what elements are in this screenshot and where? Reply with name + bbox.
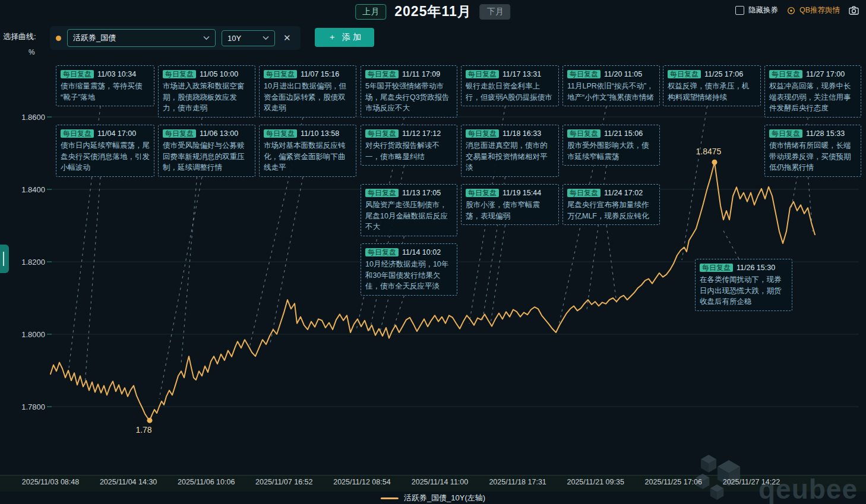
- note-datetime: 11/05 10:00: [200, 70, 238, 78]
- screenshot-camera-icon[interactable]: [849, 6, 859, 15]
- daily-review-tag: 每日复盘: [466, 70, 499, 78]
- note-header: 每日复盘11/24 17:02: [567, 188, 655, 199]
- note-text: 权益反弹，债市承压，机构料观望情绪持续: [668, 81, 756, 103]
- note-datetime: 11/27 17:00: [806, 70, 845, 78]
- daily-review-tag: 每日复盘: [61, 70, 94, 78]
- note-datetime: 11/21 15:06: [604, 129, 643, 138]
- app-root: 上月 2025年11月 下月 隐藏换券 QB推荐舆情 选择曲线: 活跃券_国债: [0, 0, 866, 504]
- tenor-select[interactable]: 10Y: [222, 30, 275, 46]
- annotation-connector: [159, 177, 202, 399]
- daily-review-tag: 每日复盘: [163, 129, 196, 138]
- daily-review-note[interactable]: 每日复盘11/24 17:02尾盘央行宣布将加量续作万亿MLF，现券反应钝化: [562, 184, 660, 225]
- note-header: 每日复盘11/21 15:06: [567, 128, 655, 140]
- note-text: 消息面进真空期，债市的交易量和投资情绪相对平淡: [466, 140, 554, 173]
- note-text: 10月进出口数据偏弱，但资金面边际转紧，股债双双走弱: [264, 81, 352, 114]
- daily-review-tag: 每日复盘: [668, 70, 701, 78]
- note-header: 每日复盘11/25 17:06: [668, 69, 756, 80]
- note-header: 每日复盘11/03 10:34: [61, 69, 150, 80]
- x-axis-tick-label: 2025/11/14 11:00: [412, 478, 468, 486]
- add-curve-button[interactable]: ＋ 添 加: [315, 28, 374, 47]
- daily-review-tag: 每日复盘: [365, 189, 399, 197]
- curve-name-select[interactable]: 活跃券_国债: [67, 29, 216, 47]
- daily-review-note[interactable]: 每日复盘11/17 13:31银行走款日资金利率上行，但疲弱A股仍提振债市: [461, 65, 559, 106]
- note-header: 每日复盘11/14 10:02: [365, 247, 453, 258]
- daily-review-tag: 每日复盘: [264, 70, 297, 78]
- daily-review-tag: 每日复盘: [163, 70, 196, 78]
- daily-review-note[interactable]: 每日复盘11/25 17:06权益反弹，债市承压，机构料观望情绪持续: [663, 65, 761, 106]
- note-header: 每日复盘11/04 17:00: [61, 128, 150, 140]
- daily-review-note[interactable]: 每日复盘11/04 17:00债市日内延续窄幅震荡，尾盘央行买债消息落地，引发小…: [56, 125, 154, 177]
- annotation-connector: [722, 229, 739, 259]
- chevron-down-icon: [263, 36, 269, 40]
- extreme-point-marker: [147, 418, 153, 423]
- extreme-point-label: 1.8475: [696, 147, 722, 156]
- chevron-down-icon: [203, 36, 210, 40]
- note-text: 权益冲高回落，现券中长端表现仍弱，关注信用事件发酵后央行态度: [769, 81, 856, 114]
- note-text: 尾盘央行宣布将加量续作万亿MLF，现券反应钝化: [567, 199, 655, 222]
- note-header: 每日复盘11/05 10:00: [163, 69, 251, 80]
- x-axis-tick-label: 2025/11/03 08:48: [22, 478, 79, 486]
- daily-review-tag: 每日复盘: [466, 129, 499, 138]
- annotation-connector: [392, 296, 404, 332]
- note-datetime: 11/28 15:33: [806, 129, 845, 138]
- note-text: 债市情绪有所回暖，长端带动现券反弹，买债预期低仍拖累行情: [769, 140, 856, 173]
- y-axis-tick-label: 1.8000: [17, 330, 45, 339]
- x-axis-tick-label: 2025/11/12 08:54: [333, 478, 390, 486]
- note-text: 对央行货政报告解读不一，债市略显纠结: [365, 140, 453, 163]
- note-text: 5年国开较强情绪带动市场，尾盘央行Q3货政报告市场反应不大: [365, 81, 453, 114]
- daily-review-note[interactable]: 每日复盘11/18 16:33消息面进真空期，债市的交易量和投资情绪相对平淡: [461, 125, 559, 177]
- note-datetime: 11/03 10:34: [97, 70, 136, 78]
- qb-sentiment-icon[interactable]: [787, 7, 795, 15]
- prev-month-button[interactable]: 上月: [355, 4, 386, 20]
- curve-selector-group: 活跃券_国债 10Y ✕: [50, 26, 301, 50]
- daily-review-note[interactable]: 每日复盘11/10 13:58市场对基本面数据反应钝化，偏紧资金面影响下曲线走平: [259, 125, 356, 177]
- logo-cube-face: [709, 459, 716, 473]
- daily-review-tag: 每日复盘: [769, 129, 802, 138]
- note-datetime: 11/10 13:58: [301, 129, 339, 138]
- qb-sentiment-label[interactable]: QB推荐舆情: [799, 5, 840, 15]
- annotation-connector: [606, 225, 617, 303]
- extreme-point-marker: [712, 160, 718, 165]
- note-text: 市场对基本面数据反应钝化，偏紧资金面影响下曲线走平: [264, 140, 352, 173]
- remove-curve-button[interactable]: ✕: [281, 33, 293, 43]
- note-text: 市场进入政策和数据空窗期，股债跷跷板效应发力，债市走弱: [163, 81, 251, 114]
- daily-review-note[interactable]: 每日复盘11/21 15:06股市受外围影响大跌，债市延续窄幅震荡: [562, 125, 660, 166]
- daily-review-tag: 每日复盘: [567, 70, 600, 78]
- daily-review-note[interactable]: 每日复盘11/12 17:12对央行货政报告解读不一，债市略显纠结: [361, 125, 457, 166]
- month-header: 上月 2025年11月 下月: [355, 2, 510, 21]
- legend-item[interactable]: 活跃券_国债_10Y(左轴): [381, 493, 485, 503]
- daily-review-note[interactable]: 每日复盘11/20 11:0511月LPR依旧“按兵不动”，地产“小作文”拖累债…: [562, 65, 660, 106]
- annotation-connector: [85, 177, 100, 385]
- daily-review-note[interactable]: 每日复盘11/28 15:33债市情绪有所回暖，长端带动现券反弹，买债预期低仍拖…: [764, 125, 861, 177]
- logo-cube-face: [718, 460, 740, 473]
- daily-review-note[interactable]: 每日复盘11/14 10:0210月经济数据走弱，10年和30年国债发行结果欠佳…: [361, 243, 457, 296]
- note-header: 每日复盘11/07 15:16: [264, 69, 352, 80]
- x-axis-tick-label: 2025/11/18 17:31: [489, 478, 546, 486]
- daily-review-note[interactable]: 每日复盘11/03 10:34债市缩量震荡，等待买债“靴子”落地: [56, 65, 154, 106]
- daily-review-note[interactable]: 每日复盘11/13 17:05风险资产走强压制债市，尾盘10月金融数据后反应不大: [361, 184, 457, 236]
- tenor-value: 10Y: [227, 34, 241, 43]
- daily-review-tag: 每日复盘: [264, 129, 297, 138]
- daily-review-note[interactable]: 每日复盘11/27 17:00权益冲高回落，现券中长端表现仍弱，关注信用事件发酵…: [764, 65, 861, 118]
- x-axis-tick-label: 2025/11/25 17:06: [645, 478, 702, 486]
- x-axis-tick-label: 2025/11/21 09:35: [567, 478, 624, 486]
- daily-review-note[interactable]: 每日复盘11/05 10:00市场进入政策和数据空窗期，股债跷跷板效应发力，债市…: [158, 65, 255, 118]
- hide-swap-checkbox[interactable]: [735, 6, 744, 15]
- daily-review-tag: 每日复盘: [700, 264, 733, 272]
- daily-review-note[interactable]: 每日复盘11/19 15:44股市小涨，债市窄幅震荡，表现偏弱: [461, 184, 559, 225]
- daily-review-note[interactable]: 每日复盘11/06 13:00债市受风险偏好与公募赎回费率新规消息的双重压制，延…: [158, 125, 255, 177]
- note-datetime: 11/18 16:33: [502, 129, 541, 138]
- note-header: 每日复盘11/18 16:33: [466, 128, 554, 140]
- next-month-button[interactable]: 下月: [480, 4, 511, 20]
- daily-review-note[interactable]: 每日复盘11/07 15:1610月进出口数据偏弱，但资金面边际转紧，股债双双走…: [259, 65, 356, 118]
- curve-name-value: 活跃券_国债: [73, 33, 116, 43]
- note-header: 每日复盘11/06 13:00: [163, 128, 251, 140]
- daily-review-note[interactable]: 每日复盘11/11 17:095年国开较强情绪带动市场，尾盘央行Q3货政报告市场…: [361, 65, 457, 118]
- note-text: 债市受风险偏好与公募赎回费率新规消息的双重压制，延续调整行情: [163, 140, 251, 173]
- daily-review-tag: 每日复盘: [567, 129, 600, 138]
- daily-review-note[interactable]: 每日复盘11/26 15:30在各类传闻扰动下，现券日内出现恐慌大跌，期货收盘后…: [695, 259, 792, 311]
- left-drawer-handle[interactable]: [0, 245, 9, 273]
- page-title: 2025年11月: [394, 2, 471, 21]
- add-curve-label: 添 加: [342, 32, 361, 43]
- note-header: 每日复盘11/11 17:09: [365, 69, 453, 80]
